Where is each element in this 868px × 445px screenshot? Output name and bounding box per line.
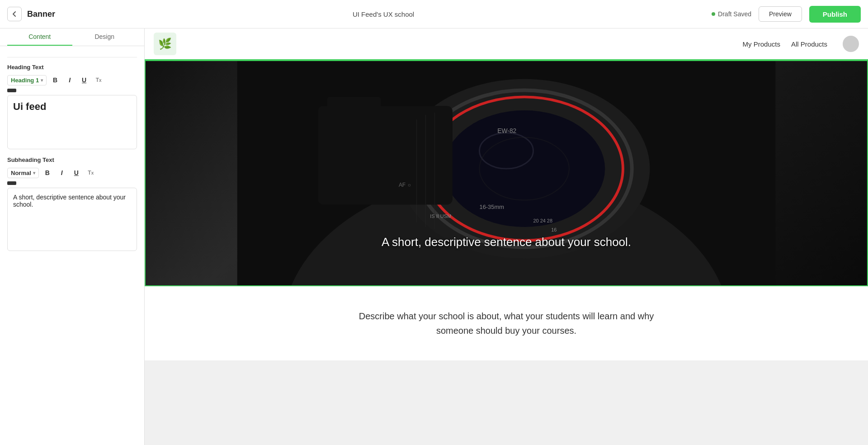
draft-dot [712, 12, 715, 16]
nav-all-products[interactable]: All Products [791, 40, 827, 48]
subheading-text-value: A short, descriptive sentence about your… [13, 194, 126, 208]
nav-my-products[interactable]: My Products [743, 40, 780, 48]
heading-italic-button[interactable]: I [64, 74, 75, 86]
draft-label: Draft Saved [718, 10, 751, 18]
main-layout: Content Design Heading Text Heading 1 ▾ … [0, 28, 868, 445]
subheading-section-label: Subheading Text [7, 156, 137, 163]
panel-header: Content Design [0, 28, 144, 46]
subheading-text-area[interactable]: A short, descriptive sentence about your… [7, 188, 137, 251]
nav-logo: 🌿 [154, 33, 176, 55]
nav-links: My Products All Products [743, 36, 859, 52]
top-divider [7, 57, 137, 57]
banner-subheading-text: A short, descriptive sentence about your… [382, 235, 631, 249]
subheading-style-value: Normal [11, 170, 31, 176]
top-bar: Banner UI Feed's UX school Draft Saved P… [0, 0, 868, 28]
heading-style-value: Heading 1 [11, 77, 39, 84]
below-banner-text: Describe what your school is about, what… [348, 309, 665, 338]
site-title: UI Feed's UX school [62, 10, 704, 18]
svg-rect-9 [327, 97, 381, 119]
heading-color-swatch[interactable] [7, 89, 16, 92]
tab-row: Content Design [7, 28, 137, 46]
banner-background: EW-82 16-35mm IS II USM 20 24 28 16 AF ○ [146, 61, 867, 285]
heading-text-value: Ui feed [13, 101, 46, 112]
svg-text:○: ○ [408, 182, 411, 188]
tab-content[interactable]: Content [7, 28, 72, 46]
nav-logo-icon: 🌿 [158, 38, 172, 50]
svg-text:EW-82: EW-82 [497, 127, 516, 134]
panel-content: Heading Text Heading 1 ▾ B I U Tx Ui fee… [0, 46, 144, 445]
draft-status: Draft Saved [712, 10, 751, 18]
heading-style-select[interactable]: Heading 1 ▾ [7, 75, 47, 85]
heading-underline-button[interactable]: U [78, 74, 90, 86]
subheading-clear-button[interactable]: Tx [85, 167, 97, 179]
svg-text:IS II USM: IS II USM [430, 213, 451, 219]
subheading-color-swatch[interactable] [7, 181, 16, 185]
subheading-toolbar: Normal ▾ B I U Tx [7, 167, 137, 179]
heading-text-area[interactable]: Ui feed [7, 95, 137, 149]
heading-clear-button[interactable]: Tx [93, 74, 104, 86]
heading-toolbar: Heading 1 ▾ B I U Tx [7, 74, 137, 86]
preview-nav: 🌿 My Products All Products [145, 28, 868, 60]
below-banner: Describe what your school is about, what… [145, 286, 868, 360]
top-bar-left: Banner [7, 7, 55, 21]
subheading-underline-button[interactable]: U [71, 167, 82, 179]
subheading-bold-button[interactable]: B [42, 167, 53, 179]
heading-style-chevron: ▾ [41, 78, 43, 83]
svg-rect-8 [318, 106, 453, 204]
heading-bold-button[interactable]: B [49, 74, 61, 86]
preview-button[interactable]: Preview [759, 6, 802, 22]
svg-text:16: 16 [551, 227, 557, 232]
panel-title: Banner [27, 9, 55, 19]
heading-section-label: Heading Text [7, 64, 137, 71]
subheading-italic-button[interactable]: I [56, 167, 68, 179]
publish-button[interactable]: Publish [809, 6, 861, 23]
banner-section: EW-82 16-35mm IS II USM 20 24 28 16 AF ○… [145, 60, 868, 286]
svg-text:AF: AF [399, 182, 406, 188]
svg-text:20 24 28: 20 24 28 [533, 218, 552, 223]
right-preview: 🌿 My Products All Products [145, 28, 868, 445]
banner-overlay-text: A short, descriptive sentence about your… [146, 235, 867, 249]
camera-illustration: EW-82 16-35mm IS II USM 20 24 28 16 AF ○ [146, 61, 867, 285]
subheading-style-select[interactable]: Normal ▾ [7, 168, 39, 178]
tab-design[interactable]: Design [72, 28, 137, 46]
back-button[interactable] [7, 7, 22, 21]
left-panel: Content Design Heading Text Heading 1 ▾ … [0, 28, 145, 445]
heading-color-row [7, 89, 137, 92]
subheading-color-row [7, 181, 137, 185]
svg-text:16-35mm: 16-35mm [479, 204, 504, 210]
subheading-style-chevron: ▾ [33, 170, 35, 175]
svg-point-5 [443, 110, 605, 227]
nav-avatar [843, 36, 859, 52]
